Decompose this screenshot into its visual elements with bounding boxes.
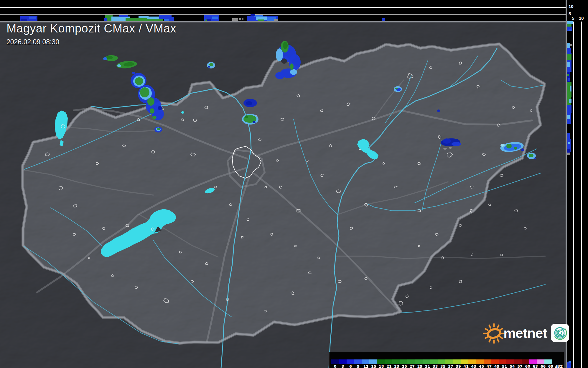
legend-color-cell bbox=[438, 359, 446, 364]
radar-echo bbox=[150, 108, 154, 114]
legend-tick: 6 bbox=[347, 364, 354, 368]
legend-tick: 27 bbox=[408, 364, 416, 368]
radar-echo bbox=[135, 77, 143, 85]
profile-echo bbox=[29, 17, 36, 19]
radar-composite-screen: 10 5 5 10 Magyar Kompozit CMax / VMax 20… bbox=[0, 0, 588, 368]
radar-echo bbox=[209, 63, 213, 66]
profile-echo bbox=[251, 14, 255, 16]
radar-echo bbox=[140, 87, 149, 97]
radar-echo bbox=[253, 121, 256, 123]
legend-color-cell bbox=[491, 359, 499, 364]
legend-color-cell bbox=[476, 359, 484, 364]
legend-color-cell bbox=[369, 359, 377, 364]
legend-color-cell bbox=[522, 359, 529, 364]
legend-tick: 37 bbox=[447, 364, 454, 368]
radar-echo bbox=[246, 101, 252, 105]
legend-colorbar bbox=[331, 359, 552, 364]
legend-color-cell bbox=[453, 359, 461, 364]
legend-tick-labels: 0369121518212325272931333537394143454749… bbox=[331, 364, 563, 368]
profile-echo bbox=[569, 99, 571, 103]
legend-color-cell bbox=[430, 359, 438, 364]
metnet-logo: metnet bbox=[482, 322, 569, 344]
profile-echo bbox=[567, 43, 570, 49]
radar-echo bbox=[208, 66, 210, 68]
metnet-app-icon bbox=[551, 323, 569, 342]
profile-echo bbox=[567, 133, 570, 139]
legend-color-cell bbox=[400, 359, 407, 364]
legend-tick: 9 bbox=[354, 364, 362, 368]
profile-echo bbox=[568, 78, 570, 81]
legend-tick: 31 bbox=[424, 364, 431, 368]
profile-echo bbox=[274, 19, 278, 21]
legend-color-cell bbox=[347, 359, 354, 364]
radar-echo bbox=[290, 63, 294, 70]
legend-tick: 39 bbox=[454, 364, 462, 368]
radar-echo bbox=[147, 97, 154, 106]
radar-echo bbox=[117, 64, 121, 67]
radar-echo bbox=[245, 115, 248, 118]
hungary-map-canvas bbox=[0, 22, 566, 368]
legend-tick: 60 bbox=[524, 364, 531, 368]
legend-color-cell bbox=[407, 359, 415, 364]
legend-color-cell bbox=[529, 359, 537, 364]
legend-color-cell bbox=[339, 359, 347, 364]
legend-color-cell bbox=[377, 359, 385, 364]
radar-echo bbox=[103, 57, 107, 60]
profile-echo bbox=[567, 362, 571, 368]
side-profile-axis-label-10: 10 bbox=[579, 16, 584, 20]
radar-echo bbox=[290, 69, 297, 75]
legend-color-cell bbox=[415, 359, 423, 364]
profile-echo bbox=[146, 19, 163, 21]
legend-tick: 33 bbox=[431, 364, 439, 368]
legend-tick: 51 bbox=[501, 364, 508, 368]
legend-tick: 21 bbox=[385, 364, 393, 368]
header: Magyar Kompozit CMax / VMax 2026.02.09 0… bbox=[6, 22, 176, 46]
profile-echo bbox=[567, 153, 570, 155]
legend-color-cell bbox=[468, 359, 476, 364]
legend-tick: 54 bbox=[508, 364, 516, 368]
legend-color-cell bbox=[385, 359, 392, 364]
profile-echo bbox=[570, 44, 572, 46]
legend-tick: 35 bbox=[439, 364, 447, 368]
top-profile-axis-label-5: 5 bbox=[569, 12, 571, 16]
profile-echo bbox=[382, 18, 385, 21]
legend-color-cell bbox=[506, 359, 514, 364]
radar-echo bbox=[152, 116, 157, 119]
legend-color-cell bbox=[484, 359, 491, 364]
timestamp: 2026.02.09 08:30 bbox=[6, 38, 176, 46]
lake-tata bbox=[181, 111, 184, 114]
legend-tick: 49 bbox=[493, 364, 501, 368]
radar-map bbox=[0, 22, 566, 368]
profile-echo bbox=[239, 18, 241, 20]
profile-echo bbox=[119, 15, 128, 17]
profile-echo bbox=[567, 62, 570, 67]
legend-color-cell bbox=[461, 359, 468, 364]
legend-color-cell bbox=[362, 359, 369, 364]
legend-color-cell bbox=[537, 359, 544, 364]
legend-color-cell bbox=[499, 359, 506, 364]
profile-echo bbox=[567, 48, 571, 53]
legend-color-cell bbox=[445, 359, 453, 364]
profile-echo bbox=[570, 86, 571, 91]
reflectivity-legend: 0369121518212325272931333537394143454749… bbox=[329, 352, 564, 368]
radar-echo bbox=[500, 144, 505, 147]
profile-echo bbox=[232, 18, 238, 21]
profile-map-divider-vertical bbox=[566, 0, 567, 368]
profile-echo bbox=[567, 105, 571, 113]
radar-echo bbox=[157, 128, 160, 130]
legend-tick: 25 bbox=[401, 364, 408, 368]
legend-color-cell bbox=[514, 359, 522, 364]
radar-echo bbox=[514, 147, 517, 150]
legend-color-cell bbox=[331, 359, 339, 364]
legend-tick: 43 bbox=[470, 364, 477, 368]
side-profile-axis-label-5: 5 bbox=[572, 16, 574, 20]
profile-echo bbox=[104, 18, 107, 21]
sun-icon bbox=[482, 322, 505, 344]
legend-tick: 47 bbox=[485, 364, 493, 368]
radar-echo bbox=[534, 158, 536, 159]
side-height-profile-strip: 10 5 5 10 bbox=[567, 0, 588, 368]
legend-tick: dBZ bbox=[555, 364, 563, 368]
radar-echo bbox=[132, 72, 135, 74]
legend-tick: 12 bbox=[362, 364, 370, 368]
profile-echo bbox=[567, 149, 570, 153]
